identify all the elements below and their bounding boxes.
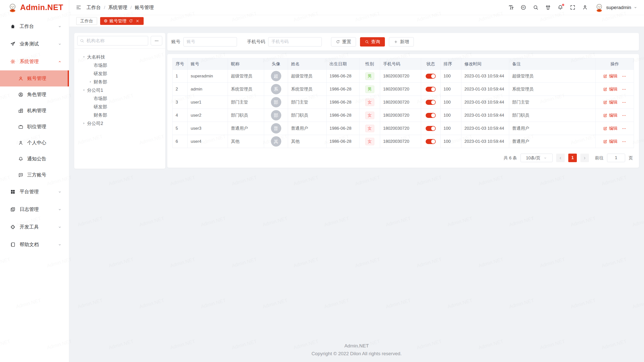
more-icon [154,38,159,43]
tree-caret-icon[interactable] [81,88,86,93]
goto-page-input[interactable] [607,154,625,162]
edit-button[interactable]: 编辑 [603,73,618,79]
refresh-icon[interactable] [129,19,133,23]
sidebar-item[interactable]: 业务测试 [0,35,69,53]
column-header-avatar: 头像 [264,58,288,70]
row-more-icon[interactable] [622,87,626,92]
status-toggle[interactable] [426,126,436,131]
tree-node[interactable]: 财务部 [76,78,164,86]
row-more-icon[interactable] [622,139,626,144]
row-more-icon[interactable] [622,113,626,118]
sidebar-item[interactable]: 日志管理 [0,201,69,218]
row-more-icon[interactable] [622,126,626,131]
tree-node[interactable]: 市场部 [76,61,164,69]
logo[interactable]: Admin.NET [0,0,69,15]
sidebar-item[interactable]: 系统管理 [0,53,69,70]
user-menu[interactable]: superadmin [594,3,637,12]
search-icon[interactable] [533,5,539,10]
org-tree-panel: 大名科技市场部研发部财务部分公司1市场部研发部财务部分公司2 [74,33,165,169]
notification-icon[interactable] [557,5,563,10]
font-size-icon[interactable] [508,5,514,10]
cell-nickname: 系统管理员 [228,83,264,96]
prev-page-button[interactable] [556,154,565,162]
sidebar-subitem[interactable]: 机构管理 [0,103,69,119]
cell-account: admin [188,83,228,96]
tree-node[interactable]: 研发部 [76,103,164,111]
cell-account: user1 [188,96,228,109]
fullscreen-icon[interactable] [570,5,576,10]
edit-button[interactable]: 编辑 [603,112,618,118]
column-header-phone: 手机号码 [380,58,421,70]
column-header-account: 账号 [188,58,228,70]
cell-phone: 18020030720 [380,135,421,148]
log-icon [10,207,16,212]
sidebar-subitem[interactable]: 账号管理 [0,70,69,86]
table-row: 4user2部门职员部部门职员1986-06-28女18020030720100… [173,109,634,122]
sidebar-item[interactable]: 平台管理 [0,183,69,201]
sidebar-item[interactable]: 工作台 [0,18,69,35]
account-input[interactable] [183,37,237,47]
cell-account: user4 [188,135,228,148]
avatar: 部 [271,97,281,107]
close-icon[interactable] [135,19,140,23]
status-toggle[interactable] [426,113,436,118]
breadcrumb-item[interactable]: 工作台 [87,4,101,11]
tree-node[interactable]: 大名科技 [76,53,164,61]
language-icon[interactable]: 中 [520,5,526,10]
theme-icon[interactable] [545,5,551,10]
tab-item-active[interactable]: 账号管理 [100,17,144,25]
person-icon [18,140,23,146]
cell-nickname: 部门主管 [228,96,264,109]
chevron-down-icon [58,207,62,212]
status-toggle[interactable] [426,139,436,144]
pagination-total: 共 6 条 [504,155,517,161]
menu-collapse-icon[interactable] [76,5,82,10]
role-icon [18,92,23,97]
tree-node[interactable]: 研发部 [76,69,164,78]
person-icon[interactable] [582,5,588,10]
current-page[interactable]: 1 [568,154,577,162]
table-row: 5user3普通用户普普通用户1986-06-28女18020030720100… [173,122,634,135]
breadcrumb-item[interactable]: 系统管理 [108,4,127,11]
page-size-select[interactable]: 10条/页 [520,154,553,162]
add-button[interactable]: 新增 [389,37,414,47]
row-more-icon[interactable] [622,74,626,79]
sidebar-subitem[interactable]: 三方账号 [0,167,69,183]
tree-caret-icon[interactable] [81,121,86,126]
status-toggle[interactable] [426,100,436,105]
tab-item[interactable]: 工作台 [76,17,97,25]
sidebar-subitem[interactable]: 角色管理 [0,86,69,103]
reset-button[interactable]: 重置 [331,37,356,47]
edit-button[interactable]: 编辑 [603,99,618,105]
tree-node[interactable]: 分公司2 [76,119,164,127]
sidebar-item[interactable]: 帮助文档 [0,236,69,253]
sidebar-subitem[interactable]: 职位管理 [0,119,69,135]
edit-button[interactable]: 编辑 [603,86,618,92]
sidebar-subitem[interactable]: 通知公告 [0,151,69,167]
avatar: 部 [271,110,281,120]
phone-input[interactable] [268,37,322,47]
sidebar: Admin.NET 工作台 业务测试 系统管理 账号管理 角色管理 机构管理 [0,0,69,362]
tree-node[interactable]: 分公司1 [76,86,164,94]
cell-name: 系统管理员 [288,83,327,96]
edit-button[interactable]: 编辑 [603,125,618,131]
cell-birth: 1986-06-28 [327,122,359,135]
cell-remark: 超级管理员 [509,70,596,83]
org-icon [18,108,23,113]
tree-node[interactable]: 市场部 [76,94,164,103]
org-search-input[interactable] [77,36,148,46]
tree-node[interactable]: 财务部 [76,111,164,119]
status-toggle[interactable] [426,87,436,92]
tree-caret-icon[interactable] [81,55,86,60]
status-toggle[interactable] [426,74,436,79]
tree-caret-icon[interactable] [88,79,93,84]
edit-button[interactable]: 编辑 [603,139,618,144]
cell-modified: 2023-01-03 10:59:44 [461,135,509,148]
next-page-button[interactable] [580,154,589,162]
row-more-icon[interactable] [622,100,626,105]
org-more-button[interactable] [151,36,162,46]
search-button[interactable]: 查询 [360,37,385,47]
sidebar-item[interactable]: 开发工具 [0,218,69,236]
sidebar-subitem[interactable]: 个人中心 [0,135,69,151]
cell-nickname: 部门职员 [228,109,264,122]
